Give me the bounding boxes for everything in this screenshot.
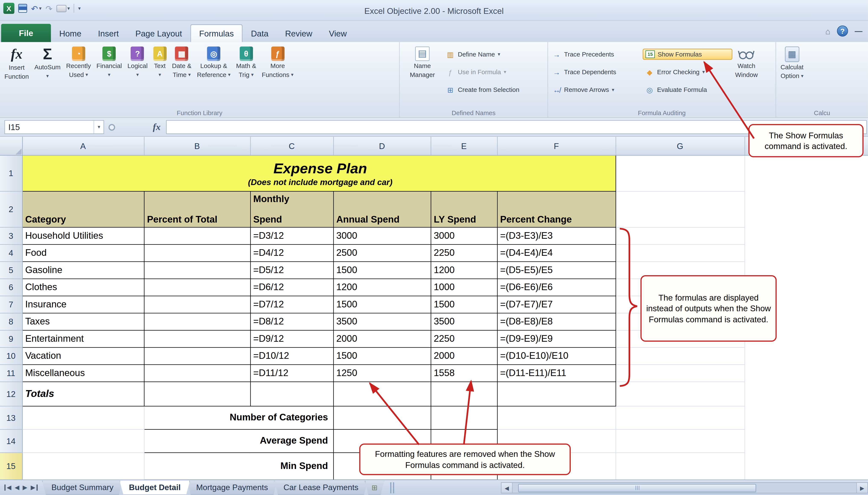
cell[interactable]: 1200	[431, 261, 497, 279]
financial-button[interactable]: $ Financial ▾	[93, 44, 125, 80]
row-header[interactable]: 1	[0, 155, 22, 191]
cell[interactable]	[144, 227, 250, 244]
cell[interactable]	[333, 406, 431, 429]
row-header[interactable]: 11	[0, 364, 22, 381]
cell[interactable]	[615, 429, 744, 453]
cell[interactable]	[745, 244, 868, 261]
save-icon[interactable]	[18, 4, 27, 13]
cell[interactable]: Min Spend	[144, 453, 333, 479]
cell[interactable]	[745, 406, 868, 429]
cell[interactable]: =(D3-E3)/E3	[497, 227, 616, 244]
cell[interactable]	[615, 381, 744, 406]
cell[interactable]	[745, 364, 868, 381]
cell[interactable]: =D11/12	[250, 364, 333, 381]
autosum-button[interactable]: Σ AutoSum ▾	[32, 44, 63, 82]
customize-qat-button[interactable]: ▾	[78, 6, 81, 11]
cell[interactable]	[745, 191, 868, 227]
tab-review[interactable]: Review	[277, 24, 321, 42]
cell[interactable]: =(D7-E7)/E7	[497, 296, 616, 313]
cell[interactable]: 1250	[333, 364, 431, 381]
cell[interactable]: 1500	[333, 261, 431, 279]
column-header[interactable]: A	[22, 137, 144, 155]
cell[interactable]	[615, 406, 744, 429]
error-checking-button[interactable]: ◆ Error Checking ▾	[643, 67, 732, 78]
more-functions-button[interactable]: ƒ More Functions▾	[259, 44, 296, 81]
tab-view[interactable]: View	[320, 24, 355, 42]
cell[interactable]	[615, 453, 744, 479]
column-header[interactable]: F	[497, 137, 616, 155]
tab-home[interactable]: Home	[51, 24, 90, 42]
cell[interactable]: Miscellaneous	[22, 364, 144, 381]
row-header[interactable]: 9	[0, 330, 22, 347]
tab-insert[interactable]: Insert	[90, 24, 127, 42]
row-header[interactable]: 6	[0, 279, 22, 296]
cell[interactable]: 2500	[333, 244, 431, 261]
redo-button[interactable]: ↷	[46, 4, 52, 12]
logical-button[interactable]: ? Logical ▾	[125, 44, 151, 80]
cell[interactable]	[745, 453, 868, 479]
tab-file[interactable]: File	[1, 24, 51, 42]
cell[interactable]	[431, 406, 497, 429]
math-trig-button[interactable]: θ Math & Trig▾	[233, 44, 259, 81]
cell[interactable]	[144, 244, 250, 261]
cell[interactable]: =(D11-E11)/E11	[497, 364, 616, 381]
cell[interactable]	[144, 313, 250, 330]
cell[interactable]: Percent Change	[497, 191, 616, 227]
next-sheet-button[interactable]: ▶	[22, 484, 27, 491]
evaluate-formula-button[interactable]: ◎ Evaluate Formula	[643, 84, 732, 95]
cell[interactable]: Vacation	[22, 347, 144, 364]
cell[interactable]: =D10/12	[250, 347, 333, 364]
cell[interactable]: 3000	[431, 227, 497, 244]
create-from-selection-button[interactable]: ⊞ Create from Selection	[444, 84, 522, 95]
cell[interactable]: Annual Spend	[333, 191, 431, 227]
previous-sheet-button[interactable]: ◀	[15, 484, 19, 491]
cell[interactable]	[22, 429, 144, 453]
remove-arrows-button[interactable]: ↮ Remove Arrows ▾	[550, 84, 643, 95]
cell[interactable]: 2000	[333, 330, 431, 347]
column-header[interactable]: C	[250, 137, 333, 155]
cell[interactable]: 3000	[333, 227, 431, 244]
row-header[interactable]: 4	[0, 244, 22, 261]
sheet-tab-mortgage-payments[interactable]: Mortgage Payments	[187, 480, 277, 495]
insert-function-button[interactable]: fx Insert Function	[2, 44, 32, 83]
cell[interactable]	[144, 364, 250, 381]
first-sheet-button[interactable]: ◀	[4, 484, 11, 491]
cell[interactable]: =(D4-E4)/E4	[497, 244, 616, 261]
cell[interactable]	[615, 227, 744, 244]
cell[interactable]: Household Utilities	[22, 227, 144, 244]
cell[interactable]	[144, 347, 250, 364]
column-header[interactable]: G	[615, 137, 744, 155]
cell[interactable]: 1200	[333, 279, 431, 296]
minimize-ribbon-icon[interactable]: —	[855, 27, 863, 36]
cell[interactable]: Food	[22, 244, 144, 261]
cell[interactable]	[431, 381, 497, 406]
cell[interactable]: 3500	[333, 313, 431, 330]
row-header[interactable]: 2	[0, 191, 22, 227]
cell[interactable]: Clothes	[22, 279, 144, 296]
cell[interactable]	[333, 381, 431, 406]
cell[interactable]	[497, 406, 616, 429]
cell[interactable]	[745, 381, 868, 406]
last-sheet-button[interactable]: ▶	[31, 484, 37, 491]
row-header[interactable]: 10	[0, 347, 22, 364]
row-header[interactable]: 14	[0, 429, 22, 453]
row-header[interactable]: 3	[0, 227, 22, 244]
cell[interactable]: =(D10-E10)/E10	[497, 347, 616, 364]
row-header[interactable]: 12	[0, 381, 22, 406]
cell[interactable]	[745, 155, 868, 191]
cell[interactable]: =D4/12	[250, 244, 333, 261]
trace-precedents-button[interactable]: → Trace Precedents	[550, 49, 643, 60]
show-formulas-button[interactable]: 15 Show Formulas	[643, 49, 732, 60]
cell[interactable]	[745, 429, 868, 453]
cell[interactable]: =D5/12	[250, 261, 333, 279]
sheet-tab-car-lease-payments[interactable]: Car Lease Payments	[274, 480, 368, 495]
cell[interactable]: =D3/12	[250, 227, 333, 244]
scrollbar-thumb[interactable]	[518, 484, 756, 492]
select-all-corner[interactable]	[0, 137, 22, 155]
tab-scroll-splitter[interactable]	[390, 482, 394, 493]
cell[interactable]: MonthlySpend	[250, 191, 333, 227]
undo-button[interactable]: ↶▾	[31, 4, 41, 12]
cell[interactable]: 3500	[431, 313, 497, 330]
name-box[interactable]: I15 ▾	[4, 120, 104, 134]
cell[interactable]: 1558	[431, 364, 497, 381]
